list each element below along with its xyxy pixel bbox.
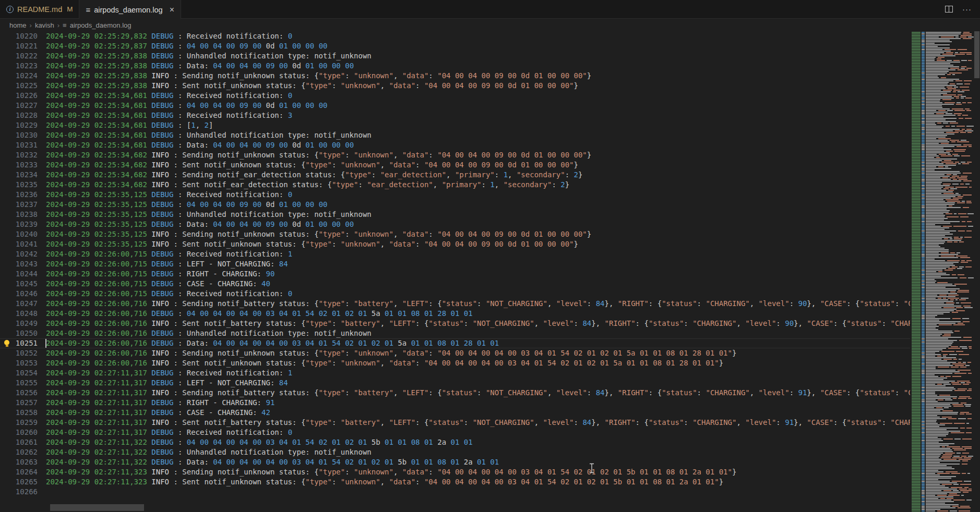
line-number[interactable]: 10264 (0, 467, 38, 477)
line-number[interactable]: 10233 (0, 160, 38, 170)
line-number[interactable]: 10228 (0, 111, 38, 120)
line-number[interactable]: 10241 (0, 239, 38, 249)
line-number[interactable]: 10249 (0, 319, 38, 328)
line-number[interactable]: 10234 (0, 170, 38, 180)
log-line[interactable]: 102422024-09-29 02:26:00,715 DEBUG : Rec… (0, 249, 910, 259)
line-number[interactable]: 10265 (0, 477, 38, 487)
line-number[interactable]: 10235 (0, 180, 38, 190)
log-line[interactable]: 102472024-09-29 02:26:00,716 INFO : Send… (0, 299, 910, 309)
log-line[interactable]: 102462024-09-29 02:26:00,715 DEBUG : Rec… (0, 289, 910, 299)
log-line[interactable]: 102222024-09-29 02:25:29,838 DEBUG : Unh… (0, 51, 910, 61)
log-line[interactable]: 102432024-09-29 02:26:00,715 DEBUG : LEF… (0, 259, 910, 269)
line-number[interactable]: 10237 (0, 200, 38, 210)
line-number[interactable]: 10262 (0, 447, 38, 457)
log-line[interactable]: 102322024-09-29 02:25:34,682 INFO : Send… (0, 150, 910, 160)
log-line[interactable]: 102302024-09-29 02:25:34,681 DEBUG : Unh… (0, 130, 910, 140)
line-number[interactable]: 10236 (0, 190, 38, 200)
log-line[interactable]: 102562024-09-29 02:27:11,317 INFO : Send… (0, 388, 910, 398)
line-number[interactable]: 10240 (0, 229, 38, 239)
log-line[interactable]: 102582024-09-29 02:27:11,317 DEBUG : CAS… (0, 408, 910, 418)
log-line[interactable]: 102372024-09-29 02:25:35,125 DEBUG : 04 … (0, 200, 910, 210)
line-number[interactable]: 10226 (0, 91, 38, 101)
log-line[interactable]: 102242024-09-29 02:25:29,838 INFO : Send… (0, 71, 910, 81)
log-line[interactable]: 102602024-09-29 02:27:11,317 DEBUG : Rec… (0, 428, 910, 437)
log-line[interactable]: 102552024-09-29 02:27:11,317 DEBUG : LEF… (0, 378, 910, 388)
log-line[interactable]: 10266 (0, 487, 910, 497)
line-number[interactable]: 10253 (0, 358, 38, 368)
log-line[interactable]: 102292024-09-29 02:25:34,681 DEBUG : [1,… (0, 120, 910, 130)
log-line[interactable]: 102622024-09-29 02:27:11,322 DEBUG : Unh… (0, 447, 910, 457)
line-number[interactable]: 10230 (0, 130, 38, 140)
log-line[interactable]: 102352024-09-29 02:25:34,682 INFO : Sent… (0, 180, 910, 190)
line-number[interactable]: 10260 (0, 428, 38, 437)
log-line[interactable]: 102202024-09-29 02:25:29,832 DEBUG : Rec… (0, 31, 910, 41)
log-line[interactable]: 102342024-09-29 02:25:34,682 INFO : Send… (0, 170, 910, 180)
line-number[interactable]: 10257 (0, 398, 38, 408)
log-line[interactable]: 102232024-09-29 02:25:29,838 DEBUG : Dat… (0, 61, 910, 71)
log-line[interactable]: 102572024-09-29 02:27:11,317 DEBUG : RIG… (0, 398, 910, 408)
log-line[interactable]: 102592024-09-29 02:27:11,317 INFO : Sent… (0, 418, 910, 428)
breadcrumb-item-home[interactable]: home (9, 21, 27, 29)
log-line[interactable]: 102392024-09-29 02:25:35,125 DEBUG : Dat… (0, 220, 910, 229)
line-number[interactable]: 10259 (0, 418, 38, 428)
log-line[interactable]: 102512024-09-29 02:26:00,716 DEBUG : Dat… (0, 338, 910, 348)
tab-readme[interactable]: i README.md M (0, 0, 79, 18)
line-number[interactable]: 10223 (0, 61, 38, 71)
log-line[interactable]: 102492024-09-29 02:26:00,716 INFO : Sent… (0, 319, 910, 328)
log-line[interactable]: 102312024-09-29 02:25:34,681 DEBUG : Dat… (0, 140, 910, 150)
lightbulb-icon[interactable] (4, 340, 10, 347)
more-actions-icon[interactable]: ··· (962, 7, 972, 11)
log-line[interactable]: 102252024-09-29 02:25:29,838 INFO : Sent… (0, 81, 910, 91)
line-number[interactable]: 10222 (0, 51, 38, 61)
line-number[interactable]: 10266 (0, 487, 38, 497)
line-number[interactable]: 10252 (0, 348, 38, 358)
line-number[interactable]: 10227 (0, 101, 38, 111)
line-number[interactable]: 10255 (0, 378, 38, 388)
line-number[interactable]: 10250 (0, 328, 38, 338)
line-number[interactable]: 10254 (0, 368, 38, 378)
line-number[interactable]: 10245 (0, 279, 38, 289)
line-number[interactable]: 10248 (0, 309, 38, 319)
tab-airpods-daemon-log[interactable]: ≡ airpods_daemon.log × (79, 0, 181, 19)
breadcrumb-item-kavish[interactable]: kavish (35, 21, 54, 29)
line-number[interactable]: 10261 (0, 437, 38, 447)
line-number[interactable]: 10256 (0, 388, 38, 398)
line-number[interactable]: 10221 (0, 41, 38, 51)
log-line[interactable]: 102282024-09-29 02:25:34,681 DEBUG : Rec… (0, 111, 910, 120)
close-icon[interactable]: × (170, 6, 174, 14)
log-line[interactable]: 102412024-09-29 02:25:35,125 INFO : Sent… (0, 239, 910, 249)
line-number[interactable]: 10246 (0, 289, 38, 299)
log-line[interactable]: 102442024-09-29 02:26:00,715 DEBUG : RIG… (0, 269, 910, 279)
log-line[interactable]: 102402024-09-29 02:25:35,125 INFO : Send… (0, 229, 910, 239)
line-number[interactable]: 10247 (0, 299, 38, 309)
horizontal-scrollbar-thumb[interactable] (50, 504, 144, 511)
line-number[interactable]: 10243 (0, 259, 38, 269)
line-number[interactable]: 10225 (0, 81, 38, 91)
log-line[interactable]: 102332024-09-29 02:25:34,682 INFO : Sent… (0, 160, 910, 170)
log-line[interactable]: 102262024-09-29 02:25:34,681 DEBUG : Rec… (0, 91, 910, 101)
line-number[interactable]: 10242 (0, 249, 38, 259)
line-number[interactable]: 10231 (0, 140, 38, 150)
split-editor-icon[interactable] (945, 6, 953, 13)
log-line[interactable]: 102632024-09-29 02:27:11,322 DEBUG : Dat… (0, 457, 910, 467)
log-line[interactable]: 102542024-09-29 02:27:11,317 DEBUG : Rec… (0, 368, 910, 378)
log-line[interactable]: 102272024-09-29 02:25:34,681 DEBUG : 04 … (0, 101, 910, 111)
vertical-scrollbar[interactable] (974, 31, 980, 512)
log-line[interactable]: 102482024-09-29 02:26:00,716 DEBUG : 04 … (0, 309, 910, 319)
line-number[interactable]: 10232 (0, 150, 38, 160)
log-line[interactable]: 102382024-09-29 02:25:35,125 DEBUG : Unh… (0, 210, 910, 220)
log-line[interactable]: 102452024-09-29 02:26:00,715 DEBUG : CAS… (0, 279, 910, 289)
log-line[interactable]: 102612024-09-29 02:27:11,322 DEBUG : 04 … (0, 437, 910, 447)
log-line[interactable]: 102362024-09-29 02:25:35,125 DEBUG : Rec… (0, 190, 910, 200)
code-area[interactable]: 102202024-09-29 02:25:29,832 DEBUG : Rec… (0, 31, 910, 512)
line-number[interactable]: 10263 (0, 457, 38, 467)
log-line[interactable]: 102522024-09-29 02:26:00,716 INFO : Send… (0, 348, 910, 358)
line-number[interactable]: 10238 (0, 210, 38, 220)
vertical-scrollbar-thumb[interactable] (974, 31, 979, 78)
log-line[interactable]: 102212024-09-29 02:25:29,837 DEBUG : 04 … (0, 41, 910, 51)
log-line[interactable]: 102642024-09-29 02:27:11,323 INFO : Send… (0, 467, 910, 477)
line-number[interactable]: 10258 (0, 408, 38, 418)
breadcrumb-item-file[interactable]: airpods_daemon.log (70, 21, 132, 29)
line-number[interactable]: 10224 (0, 71, 38, 81)
line-number[interactable]: 10220 (0, 31, 38, 41)
